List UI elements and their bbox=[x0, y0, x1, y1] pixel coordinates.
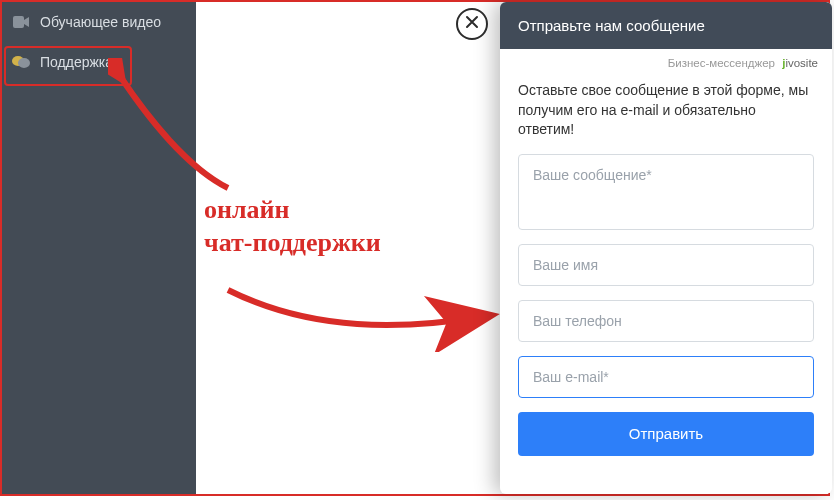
chat-header: Отправьте нам сообщение bbox=[500, 2, 832, 49]
submit-button[interactable]: Отправить bbox=[518, 412, 814, 456]
close-button[interactable] bbox=[456, 8, 488, 40]
chat-bubbles-icon bbox=[12, 55, 30, 69]
sidebar-item-tutorial-video[interactable]: Обучающее видео bbox=[2, 2, 196, 42]
svg-point-2 bbox=[18, 58, 30, 68]
sidebar-item-label: Обучающее видео bbox=[40, 14, 161, 30]
chat-instruction: Оставьте свое сообщение в этой форме, мы… bbox=[518, 81, 814, 140]
close-icon bbox=[465, 15, 479, 33]
chat-powered-by[interactable]: Бизнес-мессенджер jivosite bbox=[500, 49, 832, 73]
sidebar-item-label: Поддержка bbox=[40, 54, 113, 70]
name-input[interactable] bbox=[518, 244, 814, 286]
phone-input[interactable] bbox=[518, 300, 814, 342]
chat-body: Оставьте свое сообщение в этой форме, мы… bbox=[500, 73, 832, 470]
chat-widget: Отправьте нам сообщение Бизнес-мессендже… bbox=[500, 2, 832, 494]
jivosite-logo: jivosite bbox=[782, 57, 818, 69]
email-input[interactable] bbox=[518, 356, 814, 398]
sidebar-item-support[interactable]: Поддержка bbox=[2, 42, 196, 82]
message-input[interactable] bbox=[518, 154, 814, 230]
chat-powered-prefix: Бизнес-мессенджер bbox=[668, 57, 775, 69]
svg-rect-0 bbox=[13, 16, 24, 28]
chat-header-title: Отправьте нам сообщение bbox=[518, 17, 705, 34]
sidebar: Обучающее видео Поддержка bbox=[2, 2, 196, 494]
video-icon bbox=[12, 15, 30, 29]
